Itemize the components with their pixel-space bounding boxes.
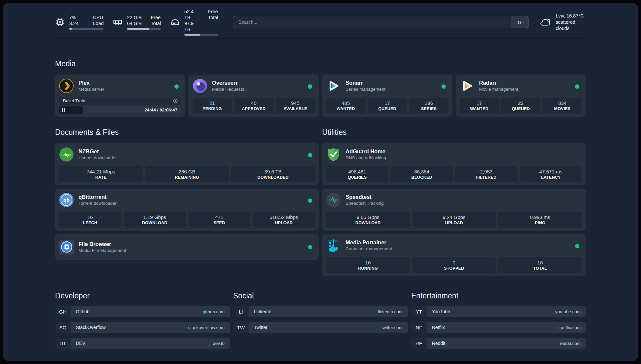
link-url: twitter.com	[381, 325, 403, 330]
link-name: Reddit	[432, 341, 445, 346]
scattered-clouds-icon	[539, 17, 552, 27]
card-filebrowser[interactable]: File Browser Media File Management	[55, 234, 319, 260]
player-settings-icon[interactable]	[173, 98, 178, 104]
section-title-documents: Documents & Files	[55, 127, 319, 137]
entertainment-links: Entertainment YT YouTube youtube.com NF …	[411, 291, 586, 353]
utilities-column: Utilities AdGuard Home DNS and adblockin…	[322, 127, 586, 276]
card-nzbget[interactable]: nzbget NZBGet Usenet downloader 744.21 M…	[55, 143, 319, 185]
section-title-social: Social	[233, 291, 408, 301]
link-row-dev[interactable]: DT DEV dev.to	[55, 338, 230, 349]
link-url: github.com	[203, 309, 225, 314]
documents-column: Documents & Files nzbget NZBGet Usenet d…	[55, 127, 319, 276]
link-row-github[interactable]: GH Github github.com	[55, 306, 230, 317]
link-row-reddit[interactable]: RE Reddit reddit.com	[411, 338, 586, 349]
section-title-utilities: Utilities	[322, 127, 586, 137]
app-subtitle: Media server	[78, 86, 104, 92]
link-name: StackOverflow	[76, 325, 106, 330]
card-adguard[interactable]: AdGuard Home DNS and adblocking 498,461 …	[322, 143, 586, 185]
stat-queries: 498,461 QUERIES	[326, 166, 388, 182]
memory-stat: 22 GiB 64 GiB Free Total	[113, 15, 161, 30]
link-url: linkedin.com	[378, 309, 403, 314]
card-speedtest[interactable]: Speedtest Speedtest Tracking 9.65 Gbps D…	[322, 189, 586, 231]
card-radarr[interactable]: Radarr Movie management 17 WANTED 22 QUE…	[456, 75, 586, 117]
memory-progress-bar	[127, 28, 161, 30]
card-plex[interactable]: Plex Media server Bullet Train	[55, 75, 185, 117]
stat-ping: 0.993 ms PING	[498, 212, 582, 228]
card-qbittorrent[interactable]: qb qBittorrent Torrent downloader 16 LEE…	[55, 189, 319, 231]
system-stats: 7% 3.24 CPU Load	[55, 9, 218, 36]
card-overseerr[interactable]: Overseerr Media Requests 21 PENDING 40 A…	[189, 75, 319, 117]
section-title-media: Media	[55, 59, 586, 69]
section-title-developer: Developer	[55, 291, 230, 301]
app-subtitle: Container management	[346, 246, 392, 252]
link-abbr: NF	[411, 322, 427, 333]
app-subtitle: Movie management	[479, 86, 518, 92]
disk-free-label: Free	[208, 9, 218, 15]
speedtest-icon	[326, 193, 341, 207]
stat-seed: 471 SEED	[188, 212, 251, 228]
link-url: dev.to	[213, 341, 225, 346]
playback-time: 24:44 / 02:06:47	[144, 106, 177, 114]
stat-latency: 47.571 ms LATENCY	[520, 166, 582, 182]
link-row-netflix[interactable]: NF Netflix netflix.com	[411, 322, 586, 333]
svg-text:qb: qb	[63, 197, 70, 203]
cpu-usage-label: CPU	[93, 15, 104, 20]
now-playing-widget: Bullet Train 24:44 / 02:06:47	[59, 97, 181, 114]
card-sonarr[interactable]: Sonarr Series management 485 WANTED 17 Q…	[322, 75, 452, 117]
cpu-usage-value: 7%	[69, 15, 86, 20]
stat-running: 16 RUNNING	[326, 257, 410, 273]
stat-series: 196 SERIES	[409, 98, 448, 113]
link-abbr: TW	[233, 322, 249, 333]
search-provider-button[interactable]: G	[511, 16, 529, 28]
cpu-load-label: Load	[93, 20, 104, 26]
card-portainer[interactable]: Media Portainer Container management 16 …	[322, 234, 586, 276]
portainer-icon	[326, 238, 341, 253]
radarr-icon	[460, 78, 474, 93]
link-abbr: GH	[55, 306, 71, 317]
link-url: reddit.com	[560, 341, 581, 346]
svg-text:nzbget: nzbget	[61, 153, 72, 157]
link-abbr: LI	[233, 306, 249, 317]
disk-progress-bar	[184, 34, 218, 36]
status-dot	[174, 84, 179, 89]
status-dot	[308, 245, 312, 249]
weather-widget: Lviv, 16.87°C scattered clouds	[539, 13, 586, 32]
search-input[interactable]	[233, 16, 511, 28]
stat-upload: 9.24 Gbps UPLOAD	[412, 212, 496, 228]
link-row-stackoverflow[interactable]: SO StackOverflow stackoverflow.com	[55, 322, 230, 333]
stat-total: 16 TOTAL	[498, 257, 582, 273]
link-row-youtube[interactable]: YT YouTube youtube.com	[411, 306, 586, 317]
app-name: NZBGet	[78, 148, 117, 155]
stat-rate: 744.21 Mbps RATE	[59, 166, 143, 182]
stat-pending: 21 PENDING	[193, 98, 232, 113]
link-row-linkedin[interactable]: LI LinkedIn linkedin.com	[233, 306, 408, 317]
link-name: Github	[76, 309, 89, 314]
playback-progress: 24:44 / 02:06:47	[59, 106, 181, 114]
memory-total-value: 64 GiB	[127, 20, 143, 26]
media-cards-row: Plex Media server Bullet Train	[55, 75, 586, 117]
app-name: AdGuard Home	[346, 148, 386, 155]
app-subtitle: Speedtest Tracking	[346, 200, 384, 206]
top-bar: 7% 3.24 CPU Load	[55, 13, 586, 31]
developer-links: Developer GH Github github.com SO StackO…	[55, 291, 230, 353]
app-subtitle: Media Requests	[212, 86, 244, 92]
status-dot	[308, 153, 312, 157]
app-name: Radarr	[479, 79, 518, 86]
stat-queued: 22 QUEUED	[501, 98, 540, 113]
link-row-twitter[interactable]: TW Twitter twitter.com	[233, 322, 408, 333]
pause-icon[interactable]	[62, 108, 65, 112]
link-name: Twitter	[254, 325, 267, 330]
link-name: LinkedIn	[254, 309, 271, 314]
cpu-icon	[55, 17, 65, 27]
sonarr-icon	[326, 78, 341, 93]
cpu-stat: 7% 3.24 CPU Load	[55, 15, 104, 30]
now-playing-title: Bullet Train	[63, 98, 85, 103]
cpu-load-value: 3.24	[69, 20, 86, 26]
filebrowser-icon	[59, 240, 74, 255]
social-links: Social LI LinkedIn linkedin.com TW Twitt…	[233, 291, 408, 353]
link-abbr: YT	[411, 306, 427, 317]
stat-available: 945 AVAILABLE	[276, 98, 315, 113]
stat-download: 1.19 Gbps DOWNLOAD	[124, 212, 186, 228]
app-name: Speedtest	[346, 194, 384, 200]
disk-stat: 52.4 TB 97.9 TB Free Total	[170, 9, 218, 36]
